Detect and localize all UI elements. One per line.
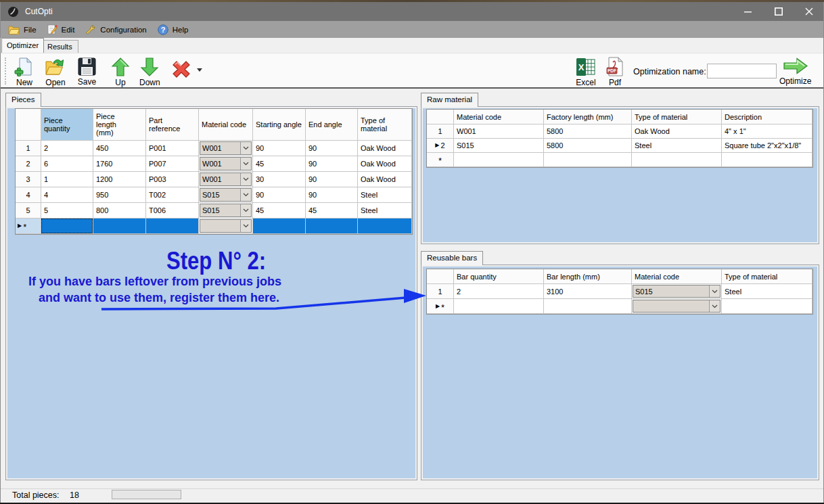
material-code-dropdown[interactable]: W001: [200, 157, 252, 170]
raw-material-row-header[interactable]: ▶2: [427, 139, 454, 153]
material-code-dropdown[interactable]: W001: [200, 141, 252, 155]
pieces-cell[interactable]: Steel: [358, 203, 412, 219]
pieces-cell[interactable]: 45: [306, 203, 358, 219]
menu-edit[interactable]: Edit: [42, 21, 81, 38]
pieces-cell[interactable]: [41, 219, 93, 234]
raw-material-cell[interactable]: 4" x 1": [722, 124, 812, 139]
maximize-button[interactable]: [763, 2, 794, 21]
pieces-row-header[interactable]: 3: [16, 172, 41, 187]
raw-material-cell[interactable]: 5800: [544, 124, 632, 139]
pieces-cell[interactable]: Steel: [358, 187, 412, 203]
reusable-bars-col-header[interactable]: Type of material: [722, 269, 812, 284]
pieces-cell[interactable]: Oak Wood: [358, 156, 412, 172]
pieces-cell[interactable]: W001: [199, 141, 253, 156]
pieces-corner[interactable]: [16, 109, 41, 141]
pieces-col-header[interactable]: End angle: [306, 109, 358, 141]
material-code-dropdown[interactable]: [633, 300, 720, 313]
raw-material-cell[interactable]: S015: [454, 139, 544, 153]
pieces-cell[interactable]: 90: [306, 187, 358, 203]
raw-material-col-header[interactable]: Type of material: [632, 110, 722, 124]
reusable-bars-cell[interactable]: Steel: [722, 284, 812, 299]
pieces-cell[interactable]: 90: [306, 156, 358, 172]
raw-material-cell[interactable]: Square tube 2"x2"x1/8": [722, 139, 812, 153]
pieces-col-header[interactable]: Material code: [199, 109, 253, 141]
pieces-cell[interactable]: P001: [146, 141, 199, 156]
pieces-cell[interactable]: 2: [41, 141, 93, 156]
menu-configuration[interactable]: Configuration: [80, 21, 152, 38]
raw-material-cell[interactable]: Steel: [632, 139, 722, 153]
raw-material-tab[interactable]: Raw material: [421, 93, 478, 107]
reusable-bars-tab[interactable]: Reusable bars: [421, 251, 483, 265]
reusable-bars-cell[interactable]: [722, 299, 812, 314]
raw-material-cell[interactable]: 5800: [544, 139, 632, 153]
reusable-bars-cell[interactable]: 2: [454, 284, 544, 299]
pieces-cell[interactable]: 1760: [93, 156, 146, 172]
pieces-row-header[interactable]: 4: [16, 187, 41, 203]
pieces-col-header[interactable]: Part reference: [146, 109, 199, 141]
raw-material-cell[interactable]: [632, 153, 722, 167]
raw-material-cell[interactable]: W001: [454, 124, 544, 139]
optimization-name-input[interactable]: [707, 64, 777, 78]
pieces-cell[interactable]: [93, 219, 146, 234]
pieces-cell[interactable]: T002: [146, 187, 199, 203]
pieces-cell[interactable]: 1: [41, 172, 93, 187]
optimize-button[interactable]: Optimize: [779, 57, 811, 86]
pieces-cell[interactable]: 90: [306, 141, 358, 156]
reusable-bars-cell[interactable]: 3100: [544, 284, 632, 299]
menu-help[interactable]: ? Help: [152, 21, 194, 38]
excel-button[interactable]: X Excel: [576, 57, 596, 87]
pieces-cell[interactable]: S015: [199, 203, 253, 219]
pieces-cell[interactable]: 45: [253, 203, 306, 219]
pieces-cell[interactable]: 4: [41, 187, 93, 203]
raw-material-corner[interactable]: [427, 110, 454, 124]
raw-material-row-header[interactable]: *: [427, 153, 454, 167]
pieces-cell[interactable]: Oak Wood: [358, 172, 412, 187]
pieces-cell[interactable]: 45: [253, 156, 306, 172]
pieces-cell[interactable]: [253, 219, 306, 234]
new-button[interactable]: New: [14, 57, 35, 87]
up-button[interactable]: Up: [111, 57, 130, 87]
delete-button[interactable]: [170, 59, 193, 79]
material-code-dropdown[interactable]: S015: [633, 285, 720, 298]
raw-material-row-header[interactable]: 1: [427, 124, 454, 139]
pieces-cell[interactable]: W001: [199, 172, 253, 187]
reusable-bars-cell[interactable]: [454, 299, 544, 314]
tab-results[interactable]: Results: [41, 40, 78, 53]
pieces-cell[interactable]: 30: [253, 172, 306, 187]
reusable-bars-corner[interactable]: [427, 269, 454, 284]
down-button[interactable]: Down: [139, 57, 160, 87]
pieces-cell[interactable]: 90: [253, 141, 306, 156]
tab-optimizer[interactable]: Optimizer: [1, 38, 44, 53]
reusable-bars-col-header[interactable]: Material code: [632, 269, 722, 284]
pieces-cell[interactable]: 6: [41, 156, 93, 172]
reusable-bars-row-header[interactable]: ▶*: [427, 299, 454, 314]
pieces-cell[interactable]: 90: [253, 187, 306, 203]
pieces-cell[interactable]: P003: [146, 172, 199, 187]
pieces-cell[interactable]: T006: [146, 203, 199, 219]
material-code-dropdown[interactable]: W001: [200, 173, 252, 186]
raw-material-cell[interactable]: Oak Wood: [632, 124, 722, 139]
reusable-bars-cell[interactable]: [632, 299, 722, 314]
raw-material-cell[interactable]: [722, 153, 812, 167]
raw-material-col-header[interactable]: Description: [722, 110, 812, 124]
minimize-button[interactable]: [733, 2, 763, 21]
material-code-dropdown[interactable]: S015: [200, 204, 252, 217]
pieces-col-header[interactable]: Piece quantity: [41, 109, 93, 141]
pieces-row-header[interactable]: 2: [16, 156, 41, 172]
pdf-button[interactable]: PDF Pdf: [605, 57, 624, 87]
pieces-cell[interactable]: Oak Wood: [358, 141, 412, 156]
pieces-cell[interactable]: 800: [93, 203, 146, 219]
material-code-dropdown[interactable]: [200, 219, 252, 233]
pieces-cell[interactable]: W001: [199, 156, 253, 172]
pieces-cell[interactable]: 5: [41, 203, 93, 219]
pieces-cell[interactable]: S015: [199, 187, 253, 203]
pieces-cell[interactable]: [306, 219, 358, 234]
reusable-bars-cell[interactable]: S015: [632, 284, 722, 299]
pieces-row-header[interactable]: 5: [16, 203, 41, 219]
pieces-cell[interactable]: [199, 219, 253, 234]
save-button[interactable]: Save: [77, 57, 97, 87]
pieces-col-header[interactable]: Piece length (mm): [93, 109, 146, 141]
pieces-row-header[interactable]: 1: [16, 141, 41, 156]
open-button[interactable]: Open: [45, 57, 66, 87]
raw-material-col-header[interactable]: Material code: [454, 110, 544, 124]
